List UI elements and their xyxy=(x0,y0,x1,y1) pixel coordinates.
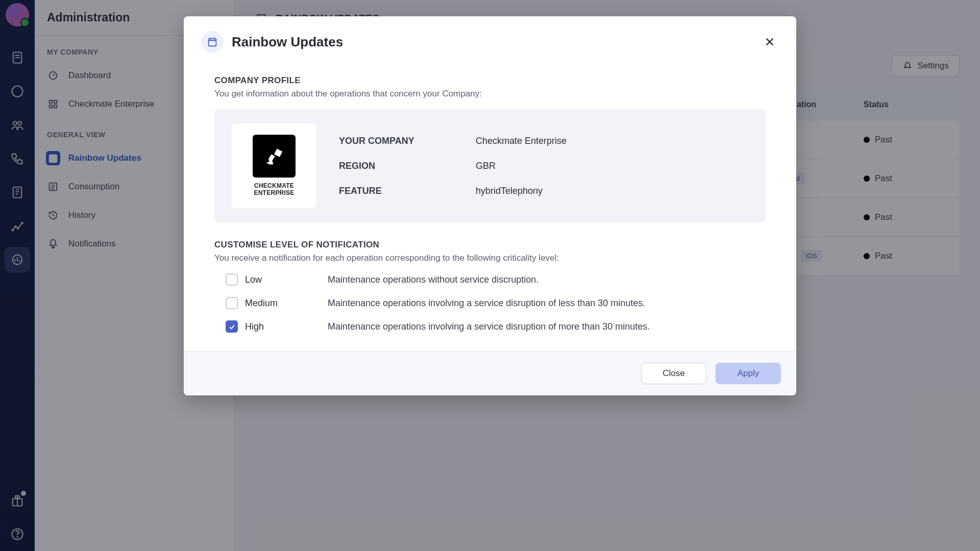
modal-header: Rainbow Updates xyxy=(184,16,796,57)
checkbox-icon[interactable] xyxy=(226,273,238,286)
apply-button-label: Apply xyxy=(738,368,760,379)
close-button-label: Close xyxy=(663,368,684,379)
company-logo-caption: CHECKMATE ENTERPRISE xyxy=(254,183,294,197)
level-low-label: Low xyxy=(245,274,262,285)
calendar-icon xyxy=(201,31,224,53)
rainbow-updates-modal: Rainbow Updates COMPANY PROFILE You get … xyxy=(184,16,796,395)
svg-rect-39 xyxy=(209,39,216,46)
level-medium[interactable]: Medium xyxy=(226,297,328,309)
close-icon[interactable] xyxy=(761,33,779,51)
level-high-desc: Maintenance operations involving a servi… xyxy=(328,321,766,332)
your-company-label: YOUR COMPANY xyxy=(339,136,467,146)
level-low[interactable]: Low xyxy=(226,273,328,286)
modal-body: COMPANY PROFILE You get information abou… xyxy=(184,57,796,351)
company-profile-heading: COMPANY PROFILE xyxy=(214,76,766,86)
region-value: GBR xyxy=(476,161,567,171)
criticality-levels: Low Maintenance operations without servi… xyxy=(214,273,766,333)
level-low-desc: Maintenance operations without service d… xyxy=(328,274,766,285)
apply-button[interactable]: Apply xyxy=(716,363,781,384)
modal-footer: Close Apply xyxy=(184,351,796,395)
customise-sub: You receive a notification for each oper… xyxy=(214,253,766,263)
checkbox-icon[interactable] xyxy=(226,320,238,333)
chess-icon xyxy=(253,135,296,178)
company-logo: CHECKMATE ENTERPRISE xyxy=(232,123,316,208)
feature-label: FEATURE xyxy=(339,186,467,196)
company-profile-fields: YOUR COMPANY Checkmate Enterprise REGION… xyxy=(339,136,567,196)
level-high-label: High xyxy=(245,321,264,332)
customise-heading: CUSTOMISE LEVEL OF NOTIFICATION xyxy=(214,240,766,250)
company-profile-sub: You get information about the operations… xyxy=(214,89,766,99)
level-high[interactable]: High xyxy=(226,320,328,333)
company-profile-card: CHECKMATE ENTERPRISE YOUR COMPANY Checkm… xyxy=(214,109,766,222)
level-medium-desc: Maintenance operations involving a servi… xyxy=(328,298,766,309)
modal-title: Rainbow Updates xyxy=(232,34,343,50)
checkbox-icon[interactable] xyxy=(226,297,238,309)
your-company-value: Checkmate Enterprise xyxy=(476,136,567,146)
feature-value: hybridTelephony xyxy=(476,186,567,196)
region-label: REGION xyxy=(339,161,467,171)
close-button[interactable]: Close xyxy=(641,363,706,384)
level-medium-label: Medium xyxy=(245,298,278,309)
